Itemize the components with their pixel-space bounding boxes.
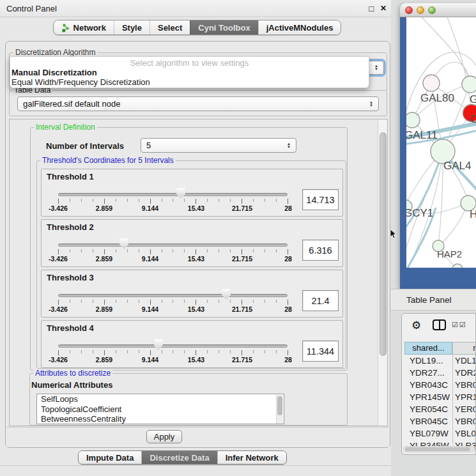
table-row[interactable]: YER054C YER0 [404,403,476,415]
table-row[interactable]: YDL19... YDL1 [404,355,476,367]
node-label: GAL11 [406,129,438,141]
slider-track[interactable] [58,193,288,196]
node-gal80[interactable] [423,75,440,91]
cell-name[interactable]: YDR2 [452,368,476,378]
node-gal11[interactable] [406,112,420,128]
mac-minimize-icon[interactable] [417,6,424,14]
slider-thumb[interactable] [119,238,128,249]
tab-select[interactable]: Select [150,20,190,35]
tab-infer-network[interactable]: Infer Network [217,451,286,464]
cell-shared-name[interactable]: YIL052C [404,453,452,455]
cell-shared-name[interactable]: YBL079W [404,429,452,438]
checkbox-filter-icons[interactable]: ☑☑ [452,321,467,329]
tick-label: 15.43 [188,356,204,364]
node-bottom-partial[interactable] [452,264,463,268]
threshold-value-field[interactable]: 14.713 [302,189,339,210]
cell-name[interactable]: YIL0 [452,453,476,455]
apply-button[interactable]: Apply [146,430,182,443]
cell-name[interactable]: YPR1 [452,392,476,402]
slider-tick-labels: -3.426 2.859 9.144 15.43 21.715 28 [58,204,288,212]
tick-label: 28 [284,305,292,313]
float-icon[interactable]: □ [369,4,374,13]
cell-shared-name[interactable]: YDR27... [404,368,452,378]
table-data-combobox[interactable]: galFiltered.sif default node ▲▼ [17,96,379,111]
slider-track[interactable] [58,344,288,348]
numerical-attributes-list[interactable]: SelfLoops TopologicalCoefficient Between… [36,394,284,424]
cell-shared-name[interactable]: YPR145W [404,392,452,402]
tick-label: 21.715 [232,255,252,263]
cell-shared-name[interactable]: YDL19... [404,356,452,365]
mac-close-icon[interactable] [405,6,413,14]
threshold-value-field[interactable]: 11.344 [302,341,339,362]
tab-impute-data[interactable]: Impute Data [79,451,141,464]
slider-track[interactable] [58,243,288,247]
tick-label: -3.426 [49,255,68,263]
attributes-group-label: Attributes to discretize [33,369,112,378]
list-item[interactable]: BetweennessCentrality [37,414,284,424]
dropdown-option-manual[interactable]: Manual Discretization [10,68,369,77]
cell-name[interactable]: YBL0 [452,429,476,438]
tick-label: 15.43 [188,305,204,313]
numerical-attributes-label: Numerical Attributes [31,380,112,390]
table-hscrollbar[interactable] [403,446,475,452]
threshold-panel: Threshold 2 -3.426 2.859 9.144 15.43 21.… [41,219,343,267]
threshold-panel: Threshold 4 -3.426 2.859 9.144 15.43 21.… [41,320,343,368]
dropdown-option-equal-width[interactable]: Equal Width/Frequency Discretization [10,77,369,87]
tab-jactivemnodules[interactable]: jActiveMNodules [258,20,341,35]
network-icon [61,23,70,33]
list-scrollbar[interactable] [276,395,283,424]
bottom-tabstrip: Impute Data Discretize Data Infer Networ… [78,450,287,464]
control-panel: Control Panel □ ✕ Network Style Select C… [0,0,395,476]
slider-tick-labels: -3.426 2.859 9.144 15.43 21.715 28 [58,305,288,313]
settings-scrollbar-thumb[interactable] [380,132,387,356]
threshold-value-field[interactable]: 21.4 [302,290,339,311]
settings-scrollbar-track[interactable] [378,119,387,426]
settings-scroll-area: Interval Definition Number of Intervals … [9,119,388,426]
threshold-value-field[interactable]: 6.316 [302,240,339,261]
network-canvas[interactable]: GAL80 G C GAL11 GAL4 GCY1 H HAP2 [406,17,476,268]
node-top-right[interactable] [462,76,476,93]
column-browser-icon[interactable] [433,319,446,330]
column-header-shared-name[interactable]: shared... [404,342,452,355]
cell-shared-name[interactable]: YBR045C [404,417,452,426]
slider-thumb[interactable] [176,188,185,199]
tick-label: 28 [284,255,292,263]
cell-name[interactable]: YBR0 [452,417,476,426]
table-row[interactable]: YDR27... YDR2 [404,367,476,379]
mac-zoom-icon[interactable] [428,6,436,14]
table-row[interactable]: YPR145W YPR1 [404,391,476,403]
cell-name[interactable]: YDL1 [452,356,476,365]
tick-label: 9.144 [142,204,158,212]
table-row[interactable]: YBR045C YBR0 [404,415,476,427]
table-hscrollbar-thumb[interactable] [405,447,470,451]
cell-shared-name[interactable]: YBR043C [404,380,452,390]
tick-label: 2.859 [96,204,112,212]
column-header-name[interactable]: na [452,342,476,355]
cell-shared-name[interactable]: YER054C [404,404,452,414]
slider-tick-labels: -3.426 2.859 9.144 15.43 21.715 28 [58,356,288,364]
cyni-main-panel: Discretization Algorithm ▲▼ Select algor… [5,41,390,448]
tab-cyni-toolbox[interactable]: Cyni Toolbox [190,20,257,35]
table-row[interactable]: YBR043C YBR0 [404,379,476,391]
slider-major-ticks [58,249,288,254]
tick-label: 28 [284,204,292,212]
dropdown-hint: Select algorithm to view settings [10,57,369,68]
close-icon[interactable]: ✕ [380,4,387,13]
number-of-intervals-combobox[interactable]: 5 ▲▼ [141,138,296,153]
tab-style[interactable]: Style [114,20,150,35]
table-row[interactable]: YBL079W YBL0 [404,427,476,440]
cell-name[interactable]: YBR0 [452,380,476,390]
top-tabstrip: Network Style Select Cyni Toolbox jActiv… [0,20,394,38]
list-item[interactable]: TopologicalCoefficient [37,404,284,415]
slider-thumb[interactable] [154,339,163,350]
tab-network[interactable]: Network [54,20,114,35]
tab-discretize-data[interactable]: Discretize Data [141,451,217,464]
column-divider [452,342,453,444]
threshold-title: Threshold 2 [47,222,94,232]
slider-track[interactable] [58,294,288,297]
slider-thumb[interactable] [222,289,231,300]
cell-name[interactable]: YER0 [452,404,476,414]
list-item[interactable]: SelfLoops [37,394,284,404]
thresholds-group-label: Threshold's Coordinates for 5 Intervals [40,156,176,165]
gear-icon[interactable]: ⚙ [411,319,421,332]
